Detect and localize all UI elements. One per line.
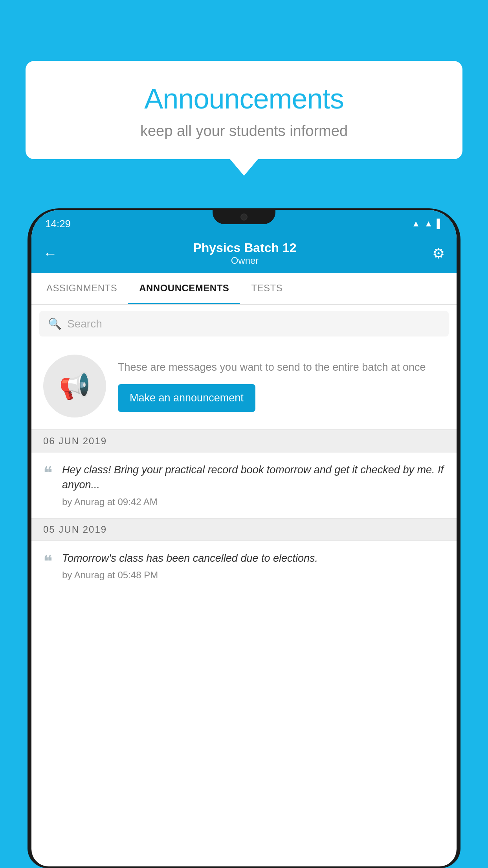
wifi-icon: ▲ <box>412 219 420 229</box>
date-separator-june5: 05 JUN 2019 <box>31 518 457 541</box>
search-placeholder: Search <box>67 318 102 330</box>
header-title: Physics Batch 12 <box>57 241 432 255</box>
empty-description: These are messages you want to send to t… <box>118 360 445 375</box>
header-subtitle: Owner <box>57 255 432 266</box>
signal-icon: ▲ <box>424 219 433 229</box>
search-icon: 🔍 <box>48 317 62 330</box>
announcement-meta-1: by Anurag at 09:42 AM <box>62 497 445 508</box>
announcement-empty-state: 📢 These are messages you want to send to… <box>31 343 457 430</box>
header-title-area: Physics Batch 12 Owner <box>57 241 432 266</box>
make-announcement-button[interactable]: Make an announcement <box>118 384 255 412</box>
megaphone-icon: 📢 <box>59 371 91 401</box>
search-bar[interactable]: 🔍 Search <box>39 311 449 337</box>
date-separator-june6: 06 JUN 2019 <box>31 430 457 452</box>
announcement-content-2: Tomorrow's class has been cancelled due … <box>62 551 445 581</box>
speech-bubble-subtitle: keep all your students informed <box>49 123 439 140</box>
announcement-item-1[interactable]: ❝ Hey class! Bring your practical record… <box>31 452 457 518</box>
speech-bubble-title: Announcements <box>49 83 439 115</box>
announcement-text-1: Hey class! Bring your practical record b… <box>62 463 445 493</box>
phone-screen: 14:29 ▲ ▲ ▌ ← Physics Batch 12 Owner ⚙ A… <box>31 210 457 866</box>
announcement-meta-2: by Anurag at 05:48 PM <box>62 570 445 581</box>
tab-assignments[interactable]: ASSIGNMENTS <box>35 273 128 304</box>
status-bar: 14:29 ▲ ▲ ▌ <box>31 210 457 234</box>
status-time: 14:29 <box>45 218 71 230</box>
search-bar-container: 🔍 Search <box>31 305 457 343</box>
empty-state-text: These are messages you want to send to t… <box>118 360 445 412</box>
announcement-item-2[interactable]: ❝ Tomorrow's class has been cancelled du… <box>31 541 457 592</box>
settings-icon[interactable]: ⚙ <box>432 245 445 262</box>
announcement-text-2: Tomorrow's class has been cancelled due … <box>62 551 445 566</box>
quote-icon-2: ❝ <box>43 553 53 570</box>
tabs-bar: ASSIGNMENTS ANNOUNCEMENTS TESTS <box>31 273 457 305</box>
status-icons: ▲ ▲ ▌ <box>412 219 443 229</box>
app-header: ← Physics Batch 12 Owner ⚙ <box>31 234 457 273</box>
tab-tests[interactable]: TESTS <box>240 273 294 304</box>
speech-bubble-card: Announcements keep all your students inf… <box>26 61 462 159</box>
megaphone-circle: 📢 <box>43 355 106 417</box>
tab-announcements[interactable]: ANNOUNCEMENTS <box>128 273 240 304</box>
phone-frame: 14:29 ▲ ▲ ▌ ← Physics Batch 12 Owner ⚙ A… <box>28 208 460 868</box>
battery-icon: ▌ <box>437 219 443 229</box>
notch <box>213 210 275 224</box>
quote-icon-1: ❝ <box>43 464 53 482</box>
front-camera <box>240 213 248 221</box>
speech-bubble-section: Announcements keep all your students inf… <box>26 61 462 159</box>
announcement-content-1: Hey class! Bring your practical record b… <box>62 463 445 508</box>
back-button[interactable]: ← <box>43 245 57 262</box>
